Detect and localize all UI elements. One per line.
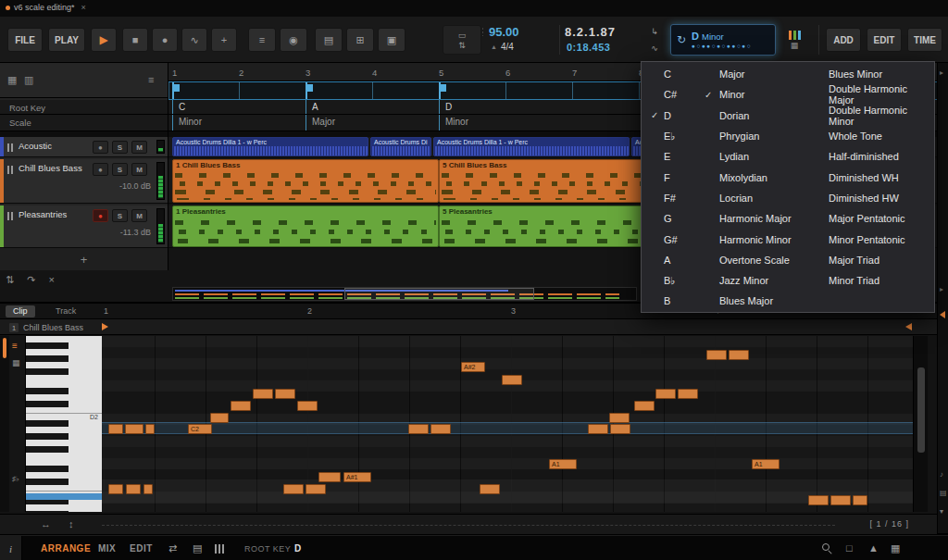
root-key-region[interactable]: C [172, 100, 306, 114]
midi-note[interactable] [609, 413, 630, 423]
menu-root-item[interactable]: C [664, 68, 705, 80]
shuffle-icon[interactable]: ⇄ [168, 542, 177, 554]
root-key-region[interactable]: A [306, 100, 439, 114]
key-change-marker[interactable] [306, 82, 307, 99]
tempo-display[interactable]: 95.00 [489, 25, 519, 39]
panel-chevron-icon[interactable]: ▸ [940, 68, 943, 77]
menu-scale-item[interactable]: Harmonic Major [719, 213, 829, 224]
info-toggle[interactable]: i [0, 536, 22, 560]
key-change-marker[interactable] [172, 82, 174, 99]
menu-scale-item-2[interactable]: Whole Tone [829, 131, 925, 142]
midi-note[interactable]: A#2 [461, 362, 485, 372]
fit-view-icon[interactable]: ⇅ [6, 274, 14, 286]
menu-row[interactable]: G# Harmonic Minor Minor Pentatonic [642, 229, 934, 249]
menu-row[interactable]: B♭ Jazz Minor Minor Triad [642, 270, 934, 291]
midi-note[interactable] [634, 401, 655, 411]
midi-note[interactable] [143, 484, 153, 494]
follow-playhead-icon[interactable]: ↷ [27, 274, 35, 286]
pads-icon[interactable]: ◉ [280, 28, 307, 52]
midi-note[interactable] [126, 484, 141, 494]
menu-scale-item-2[interactable]: Minor Pentatonic [829, 234, 925, 245]
menu-root-item[interactable]: G# [664, 234, 705, 245]
left-scroll-rail[interactable] [0, 336, 9, 512]
note-list-icon[interactable]: ≡ [12, 341, 18, 351]
list-panel-icon[interactable]: ▤ [940, 489, 947, 497]
solo-button[interactable]: S [112, 163, 128, 176]
view-arrange[interactable]: ARRANGE [41, 543, 91, 554]
midi-note[interactable] [808, 495, 829, 505]
scroll-handle[interactable] [3, 338, 6, 358]
midi-note[interactable] [408, 424, 429, 434]
drum-clip[interactable]: Acoustic Drums Di [370, 137, 431, 156]
menu-row[interactable]: ✓ D Dorian Double Harmonic Minor [642, 106, 934, 126]
scroll-arrow-icon[interactable] [940, 311, 945, 318]
midi-note[interactable] [125, 424, 143, 434]
view-edit[interactable]: EDIT [130, 543, 153, 554]
menu-scale-item[interactable]: Major [719, 68, 829, 80]
menu-scale-item[interactable]: Overtone Scale [719, 255, 829, 266]
midi-note[interactable] [297, 401, 318, 411]
keys-clip[interactable]: 1 Pleasantries [172, 205, 439, 247]
menu-root-item[interactable]: E [664, 151, 705, 162]
fold-notes-icon[interactable]: ▦ [12, 358, 20, 367]
menu-row[interactable]: B Blues Major [642, 291, 934, 311]
drum-clip[interactable]: Acoustic Drums Dilla 1 - w Perc [172, 137, 368, 156]
menu-scale-item-2[interactable]: Half-diminished [829, 151, 925, 162]
menu-row[interactable]: E♭ Phrygian Whole Tone [642, 126, 934, 146]
menu-root-item[interactable]: B [664, 295, 705, 306]
metronome-icon[interactable]: ▲ [868, 542, 879, 554]
menu-scale-item-2[interactable]: Blues Minor [829, 68, 925, 80]
menu-scale-item-2[interactable]: Major Triad [829, 255, 925, 266]
playhead-time[interactable]: 0:18.453 [567, 42, 610, 53]
menu-root-item[interactable]: G [664, 213, 705, 224]
loop-end-marker[interactable] [905, 323, 912, 330]
layers-icon[interactable]: ≡ [248, 28, 276, 52]
piano-keyboard[interactable]: D2 [26, 336, 102, 512]
menu-root-item[interactable]: E♭ [664, 131, 705, 143]
list-view-icon[interactable]: ▥ [24, 74, 33, 86]
record-icon[interactable]: ● [152, 28, 178, 52]
mute-button[interactable]: M [131, 141, 147, 154]
accidentals-icon[interactable]: ♯♭ [12, 475, 19, 483]
add-track-button[interactable]: + [0, 248, 168, 270]
scale-widget[interactable]: ↻ DMinor ●○●●○●○●●○●○ [670, 24, 776, 56]
add-button[interactable]: ADD [826, 28, 861, 52]
mute-button[interactable]: M [131, 209, 147, 222]
dual-display-icon[interactable]: ▣ [378, 28, 405, 52]
root-key-value[interactable]: D [294, 543, 301, 554]
grid-view-icon[interactable]: ▦ [7, 74, 17, 86]
menu-scale-item[interactable]: Minor [719, 89, 829, 100]
display-profile-box[interactable]: ▭ ⇅ [443, 25, 481, 55]
menu-scale-item-2[interactable]: Diminished WH [829, 172, 925, 183]
midi-note[interactable] [145, 424, 155, 434]
midi-note[interactable] [306, 484, 326, 494]
midi-note[interactable] [275, 389, 295, 399]
midi-note[interactable] [231, 401, 251, 411]
editor-toggle-icon[interactable]: ▤ [315, 28, 343, 52]
midi-note[interactable]: A1 [549, 459, 577, 469]
close-icon[interactable]: × [81, 3, 86, 12]
menu-row[interactable]: F# Locrian Diminished HW [642, 188, 934, 208]
midi-note[interactable]: A1 [752, 459, 780, 469]
menu-scale-item[interactable]: Phrygian [719, 131, 829, 142]
solo-button[interactable]: S [112, 141, 128, 154]
scale-region[interactable]: Major [306, 115, 439, 131]
midi-note[interactable] [853, 495, 867, 505]
vertical-scrollbar[interactable] [913, 336, 928, 512]
menu-root-item[interactable]: D [664, 110, 705, 121]
drum-clip[interactable]: Acoustic Drums Dilla 1 - w Perc [433, 137, 630, 156]
midi-note[interactable] [502, 375, 522, 385]
stop-icon[interactable]: ■ [122, 28, 148, 52]
menu-row[interactable]: A Overtone Scale Major Triad [642, 250, 934, 270]
scale-region[interactable]: Minor [172, 115, 306, 131]
menu-row[interactable]: G Harmonic Major Major Pentatonic [642, 208, 934, 229]
midi-note[interactable] [210, 413, 229, 423]
automation-write-icon[interactable]: ∿ [181, 28, 207, 52]
midi-note[interactable] [430, 424, 451, 434]
midi-note[interactable] [253, 389, 273, 399]
record-arm-button[interactable]: ● [93, 163, 108, 176]
menu-scale-item[interactable]: Dorian [719, 110, 829, 121]
track-row-pleasantries[interactable]: Pleasantries ● S M -11.3 dB [0, 205, 168, 248]
midi-note[interactable] [108, 484, 123, 494]
menu-scale-item-2[interactable]: Major Pentatonic [829, 213, 925, 224]
